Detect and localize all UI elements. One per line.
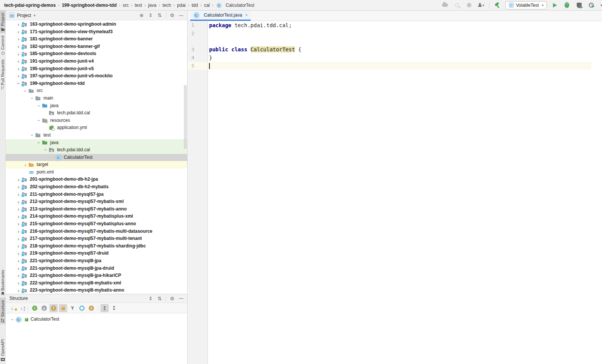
chevron-right-icon[interactable]: › [15, 199, 22, 205]
show-anonymous-icon[interactable]: Y [68, 304, 77, 312]
tree-row[interactable]: application.yml [6, 124, 187, 132]
breadcrumb-item[interactable]: tdd [191, 2, 199, 9]
tree-row[interactable]: ›target [6, 161, 187, 169]
tree-row[interactable]: ›199-springboot-demo-tdd [6, 80, 187, 88]
expand-all-icon[interactable]: ⇕ [147, 12, 154, 19]
chevron-right-icon[interactable]: › [15, 251, 22, 256]
breadcrumb-item[interactable]: test [134, 2, 143, 9]
chevron-right-icon[interactable]: › [15, 273, 22, 278]
chevron-right-icon[interactable]: › [15, 51, 22, 57]
build-hammer-icon[interactable] [493, 1, 502, 9]
chevron-right-icon[interactable]: › [15, 206, 22, 212]
tree-row[interactable]: ›219-springboot-demo-mysql57-druid [6, 250, 187, 257]
chevron-right-icon[interactable]: › [15, 184, 22, 190]
chevron-right-icon[interactable]: › [15, 58, 22, 64]
tool-button-project[interactable]: Project [0, 11, 6, 33]
hide-panel-icon[interactable]: — [177, 295, 185, 302]
chevron-right-icon[interactable]: › [15, 258, 22, 264]
tree-row[interactable]: tech.pdai.tdd.cal [6, 109, 187, 117]
tree-row[interactable]: ›163-springboot-demo-springboot-admin [6, 21, 187, 28]
collapse-all-icon[interactable]: ⇅ [156, 12, 163, 19]
sort-by-visibility-icon[interactable]: ↓ [8, 304, 16, 312]
tree-row[interactable]: ›201-springboot-demo-db-h2-jpa [6, 176, 187, 183]
show-inherited-icon[interactable]: I [31, 304, 39, 312]
show-non-public-icon[interactable] [59, 304, 67, 312]
chevron-down-icon[interactable]: › [23, 88, 28, 94]
chevron-right-icon[interactable]: › [15, 73, 22, 79]
tree-row[interactable]: ›212-springboot-demo-mysql57-mybatis-xml [6, 198, 187, 206]
tree-row[interactable]: CCalculatorTest [6, 154, 187, 161]
run-button[interactable] [551, 1, 559, 9]
tree-row[interactable]: ›185-springboot-demo-devtools [6, 50, 187, 58]
chevron-right-icon[interactable]: › [15, 243, 22, 249]
chevron-right-icon[interactable]: › [15, 229, 22, 234]
tree-row[interactable]: ›216-springboot-demo-mysql57-mybatis-mul… [6, 228, 187, 235]
chevron-right-icon[interactable]: › [15, 29, 22, 35]
tree-row[interactable]: ›191-springboot-demo-junit-v4 [6, 58, 187, 65]
chevron-right-icon[interactable]: › [15, 177, 22, 183]
chevron-right-icon[interactable]: › [15, 221, 22, 227]
show-fields-icon[interactable]: f [49, 304, 58, 312]
code-editor[interactable]: 1package tech.pdai.tdd.cal;23public clas… [188, 21, 602, 364]
collapse-all-icon[interactable]: ⇅ [156, 295, 163, 302]
chevron-down-icon[interactable]: › [36, 118, 42, 124]
chevron-right-icon[interactable]: › [15, 288, 22, 293]
chevron-down-icon[interactable]: › [36, 103, 42, 109]
tree-row[interactable]: ›215-springboot-demo-mysql57-mybatisplus… [6, 220, 187, 228]
group-by-type-icon[interactable] [78, 304, 86, 312]
chevron-right-icon[interactable]: › [15, 280, 22, 286]
run-with-coverage-button[interactable] [575, 1, 583, 9]
code-line[interactable]: 3public class CalculatorTest { [188, 46, 602, 54]
tree-row[interactable]: ›221-springboot-demo-mysql8-jpa-druid [6, 265, 187, 272]
tree-row[interactable]: ›221-springboot-demo-mysql8-jpa [6, 257, 187, 265]
code-line[interactable] [188, 37, 602, 46]
tree-row[interactable]: ›171-springboot-demo-view-thymeleaf3 [6, 28, 187, 36]
code-line[interactable]: 4} [188, 54, 602, 62]
chevron-right-icon[interactable]: › [22, 162, 28, 168]
sort-alphabetically-icon[interactable]: ↓a z [17, 304, 26, 312]
tree-row[interactable]: ›src [6, 87, 187, 95]
breadcrumb-item[interactable]: java [147, 2, 157, 9]
tree-row[interactable]: ›195-springboot-demo-junit-v5 [6, 65, 187, 73]
chevron-right-icon[interactable]: › [15, 22, 22, 27]
chevron-right-icon[interactable]: › [15, 192, 22, 197]
tree-row[interactable]: ›218-springboot-demo-mysql57-mybatis-sha… [6, 243, 187, 250]
breadcrumb-item[interactable]: src [122, 2, 130, 9]
code-line[interactable]: 1package tech.pdai.tdd.cal; [188, 21, 602, 29]
show-lambdas-icon[interactable]: λ [87, 304, 95, 312]
breadcrumb-item[interactable]: cal [203, 2, 211, 9]
autoscroll-from-source-icon[interactable]: ↧ [110, 304, 118, 312]
tree-row[interactable]: ›213-springboot-demo-mysql57-mybatis-ann… [6, 206, 187, 213]
chevron-down-icon[interactable]: › [43, 147, 49, 153]
expand-all-icon[interactable]: ⇕ [147, 295, 154, 302]
tree-row[interactable]: ›202-springboot-demo-db-h2-mybatis [6, 183, 187, 191]
chevron-right-icon[interactable]: › [15, 236, 22, 242]
more-actions-chevron-icon[interactable]: ▾ [599, 1, 602, 9]
tool-button-structure[interactable]: Structure [0, 298, 6, 324]
tree-row[interactable]: ›182-springboot-demo-banner-gif [6, 43, 187, 51]
autoscroll-to-source-icon[interactable]: ↥ [100, 304, 109, 312]
tree-row[interactable]: ›test [6, 132, 187, 139]
tree-row[interactable]: ›tech.pdai.tdd.cal [6, 146, 187, 154]
chevron-right-icon[interactable]: › [15, 266, 22, 271]
tree-row[interactable]: ›211-springboot-demo-mysql57-jpa [6, 191, 187, 198]
chevron-down-icon[interactable]: › [29, 132, 35, 138]
breadcrumb-item[interactable]: tech [161, 2, 172, 9]
chevron-down-icon[interactable]: › [36, 140, 42, 146]
locate-file-icon[interactable]: ⊕ [138, 12, 145, 19]
tool-button-bookmarks[interactable]: Bookmarks [0, 267, 6, 298]
close-tab-icon[interactable]: × [245, 12, 248, 18]
tree-row[interactable]: ›217-springboot-demo-mysql57-mybatis-mul… [6, 235, 187, 243]
show-properties-icon[interactable]: p [40, 304, 48, 312]
tree-row[interactable]: ›222-springboot-demo-mysql8-mybatis-xml [6, 280, 187, 287]
tab-calculatortest-java[interactable]: C CalculatorTest.java × [190, 11, 251, 21]
tree-row[interactable]: ›221-springboot-demo-mysql8-jpa-hikariCP [6, 272, 187, 280]
tree-row[interactable]: ›java [6, 139, 187, 147]
settings-gear-icon[interactable]: ⚙ [168, 295, 176, 302]
code-line[interactable]: 5 [188, 62, 591, 70]
code-with-me-users-icon[interactable]: ▾ [477, 1, 485, 9]
cloud-sync-icon[interactable] [441, 1, 449, 9]
chevron-right-icon[interactable]: › [15, 44, 22, 49]
tree-row[interactable]: ›main [6, 95, 187, 102]
chevron-down-icon[interactable]: › [29, 95, 35, 101]
